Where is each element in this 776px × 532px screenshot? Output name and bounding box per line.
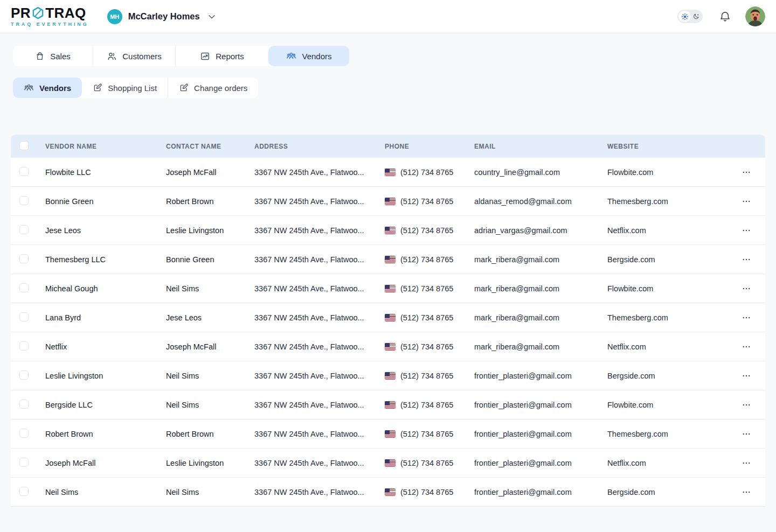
tab-label: Reports (216, 52, 244, 61)
website-cell: Themesberg.com (607, 197, 716, 206)
chevron-down-icon (207, 12, 217, 22)
tab-sales[interactable]: Sales (13, 46, 93, 66)
table-row[interactable]: Bonnie Green Robert Brown 3367 NW 245th … (11, 187, 765, 216)
row-checkbox[interactable] (19, 283, 29, 292)
website-cell: Netflix.com (607, 342, 716, 351)
address-cell: 3367 NW 245th Ave., Flatwoo... (254, 226, 385, 235)
table-row[interactable]: Jese Leos Leslie Livingston 3367 NW 245t… (11, 216, 765, 245)
subtab-shopping-list[interactable]: Shopping List (82, 78, 168, 98)
sub-tab-bar: Vendors Shopping List Change orders (13, 78, 258, 98)
row-menu-dots-icon[interactable] (739, 427, 753, 441)
row-menu-dots-icon[interactable] (739, 311, 753, 325)
notifications-bell-icon[interactable] (719, 11, 731, 23)
subtab-label: Change orders (194, 83, 247, 93)
us-flag-icon (385, 459, 396, 467)
row-menu-dots-icon[interactable] (739, 485, 753, 499)
row-checkbox[interactable] (19, 254, 29, 263)
phone-number: (512) 734 8765 (400, 168, 453, 177)
row-actions-cell (716, 253, 765, 267)
subtab-vendors[interactable]: Vendors (13, 78, 82, 98)
row-checkbox[interactable] (19, 458, 29, 467)
table-row[interactable]: Robert Brown Robert Brown 3367 NW 245th … (11, 419, 765, 449)
tab-customers[interactable]: Customers (93, 46, 175, 66)
row-menu-dots-icon[interactable] (739, 282, 753, 296)
row-menu-dots-icon[interactable] (739, 194, 753, 208)
phone-number: (512) 734 8765 (400, 342, 453, 351)
phone-number: (512) 734 8765 (400, 284, 453, 293)
website-cell: Bergside.com (607, 488, 716, 496)
phone-cell: (512) 734 8765 (385, 342, 474, 351)
vendor-name-cell: Bonnie Green (45, 197, 166, 206)
tab-vendors[interactable]: Vendors (268, 46, 349, 66)
row-actions-cell (716, 165, 765, 179)
phone-number: (512) 734 8765 (400, 197, 453, 206)
table-row[interactable]: Bergside LLC Neil Sims 3367 NW 245th Ave… (11, 390, 765, 419)
user-avatar[interactable] (745, 6, 765, 26)
email-cell: aldanas_remod@gmail.com (474, 197, 607, 206)
row-actions-cell (716, 398, 765, 412)
company-selector[interactable]: MH McCarley Homes (107, 9, 217, 24)
phone-number: (512) 734 8765 (400, 255, 453, 264)
table-row[interactable]: Leslie Livingston Neil Sims 3367 NW 245t… (11, 361, 765, 390)
website-cell: Flowbite.com (607, 284, 716, 293)
table-row[interactable]: Netflix Joseph McFall 3367 NW 245th Ave.… (11, 332, 765, 361)
row-checkbox[interactable] (19, 429, 29, 438)
row-checkbox[interactable] (19, 167, 29, 176)
row-menu-dots-icon[interactable] (739, 223, 753, 237)
phone-cell: (512) 734 8765 (385, 255, 474, 264)
theme-toggle[interactable] (677, 10, 703, 23)
contact-name-cell: Leslie Livingston (166, 459, 254, 467)
us-flag-icon (385, 401, 396, 409)
row-menu-dots-icon[interactable] (739, 340, 753, 354)
tab-reports[interactable]: Reports (175, 46, 268, 66)
phone-cell: (512) 734 8765 (385, 226, 474, 235)
row-checkbox-cell (11, 283, 45, 294)
contact-name-cell: Joseph McFall (166, 342, 254, 351)
table-row[interactable]: Lana Byrd Jese Leos 3367 NW 245th Ave., … (11, 303, 765, 332)
subtab-change-orders[interactable]: Change orders (168, 78, 258, 98)
phone-number: (512) 734 8765 (400, 226, 453, 235)
row-checkbox-cell (11, 167, 45, 178)
address-cell: 3367 NW 245th Ave., Flatwoo... (254, 313, 385, 322)
contact-name-cell: Leslie Livingston (166, 226, 254, 235)
light-mode-sun-icon[interactable] (678, 11, 691, 22)
row-checkbox[interactable] (19, 341, 29, 351)
wordmark-post: TRAQ (45, 6, 86, 20)
table-row[interactable]: Micheal Gough Neil Sims 3367 NW 245th Av… (11, 274, 765, 303)
row-checkbox[interactable] (19, 370, 29, 380)
row-checkbox[interactable] (19, 196, 29, 205)
row-checkbox[interactable] (19, 225, 29, 234)
column-header-website: WEBSITE (607, 143, 716, 150)
contact-name-cell: Neil Sims (166, 488, 254, 496)
phone-number: (512) 734 8765 (400, 488, 453, 496)
column-header-email: EMAIL (474, 143, 607, 150)
row-menu-dots-icon[interactable] (739, 369, 753, 383)
us-flag-icon (385, 314, 396, 321)
us-flag-icon (385, 169, 396, 176)
dark-mode-moon-icon[interactable] (691, 13, 702, 20)
row-checkbox[interactable] (19, 400, 29, 409)
row-checkbox[interactable] (19, 312, 29, 321)
row-menu-dots-icon[interactable] (739, 253, 753, 267)
row-menu-dots-icon[interactable] (739, 165, 753, 179)
phone-cell: (512) 734 8765 (385, 401, 474, 409)
column-header-phone: PHONE (385, 143, 474, 150)
table-row[interactable]: Flowbite LLC Joseph McFall 3367 NW 245th… (11, 158, 765, 187)
email-cell: mark_ribera@gmail.com (474, 342, 607, 351)
main-tab-bar: Sales Customers Reports (13, 46, 349, 66)
vendor-name-cell: Micheal Gough (45, 284, 166, 293)
row-menu-dots-icon[interactable] (739, 456, 753, 470)
phone-number: (512) 734 8765 (400, 401, 453, 409)
row-actions-cell (716, 485, 765, 499)
vendors-table: VENDOR NAME CONTACT NAME ADDRESS PHONE E… (11, 135, 765, 507)
row-checkbox[interactable] (19, 487, 29, 496)
table-row[interactable]: Joseph McFall Leslie Livingston 3367 NW … (11, 449, 765, 478)
address-cell: 3367 NW 245th Ave., Flatwoo... (254, 488, 385, 496)
contact-name-cell: Robert Brown (166, 197, 254, 206)
address-cell: 3367 NW 245th Ave., Flatwoo... (254, 168, 385, 177)
select-all-checkbox[interactable] (19, 141, 29, 150)
table-row[interactable]: Neil Sims Neil Sims 3367 NW 245th Ave., … (11, 478, 765, 507)
row-menu-dots-icon[interactable] (739, 398, 753, 412)
address-cell: 3367 NW 245th Ave., Flatwoo... (254, 197, 385, 206)
table-row[interactable]: Themesberg LLC Bonnie Green 3367 NW 245t… (11, 245, 765, 274)
